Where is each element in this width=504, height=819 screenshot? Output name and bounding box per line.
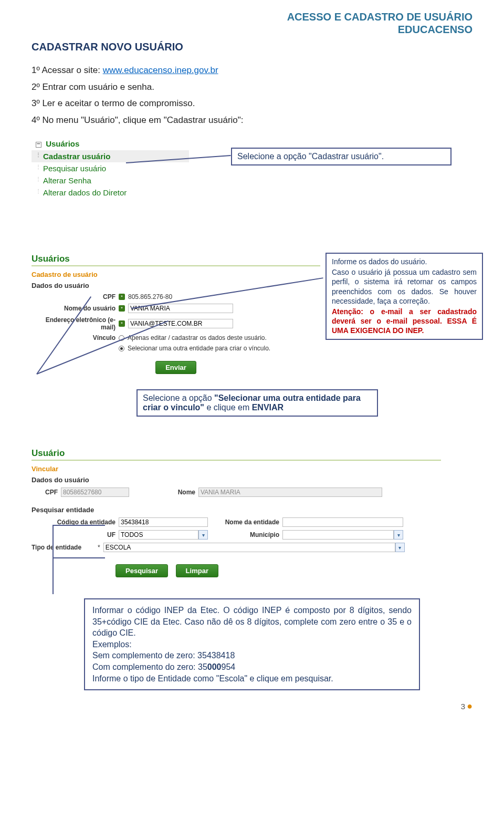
header-line2: EDUCACENSO [32, 23, 472, 36]
chevron-down-icon[interactable]: ▾ [395, 543, 405, 552]
form-subtitle: Cadastro de usuário [32, 269, 320, 279]
callout-select-cadastrar: Selecione a opção "Cadastrar usuário". [231, 148, 452, 165]
nome-input[interactable] [128, 304, 233, 313]
callout-line [52, 525, 105, 526]
mun-select[interactable] [282, 530, 394, 540]
row-codigo: Código da entidade Nome da entidade [32, 516, 441, 528]
step-3: 3º Ler e aceitar o termo de compromisso. [32, 97, 472, 110]
step-1: 1º Acessar o site: www.educacenso.inep.g… [32, 64, 472, 77]
bullet-icon: ⋮ [36, 164, 42, 170]
uf-label: UF [32, 531, 116, 538]
email-input[interactable] [128, 319, 233, 328]
bullet-icon: ⋮ [36, 176, 42, 182]
form2-section2: Pesquisar entidade [32, 504, 441, 516]
row-vinculo: Vínculo Apenas editar / cadastrar os dad… [32, 333, 320, 343]
email-label: Endereço eletrônico (e-mail) [32, 316, 116, 331]
enviar-button[interactable]: Enviar [155, 361, 196, 374]
tipo-select[interactable] [103, 543, 395, 552]
callout-text: Selecione a opção "Cadastrar usuário". [237, 152, 384, 161]
tipo-label: Tipo de entidade [32, 544, 94, 551]
row-nome: Nome do usuário * [32, 302, 320, 315]
callout-line [52, 557, 105, 558]
required-icon: * [98, 544, 100, 551]
menu-item-label: Cadastrar usuário [43, 152, 110, 161]
row-cpf2: CPF Nome [32, 486, 441, 499]
menu-header[interactable]: Usuários [32, 137, 189, 150]
callout-informe-dados: Informe os dados do usuário. Caso o usuá… [326, 253, 483, 340]
cpf2-label: CPF [42, 489, 58, 496]
vinculo-label: Vínculo [32, 334, 116, 341]
uf-select[interactable] [119, 530, 198, 540]
row-email: Endereço eletrônico (e-mail) * [32, 315, 320, 333]
page-number: 3 [461, 702, 465, 711]
chevron-down-icon[interactable]: ▾ [198, 530, 208, 540]
nome-label: Nome do usuário [32, 305, 116, 312]
bullet-icon: ● [465, 701, 472, 711]
nome2-input [198, 488, 382, 497]
menu-header-label: Usuários [46, 139, 79, 148]
radio-editar-label: Apenas editar / cadastrar os dados deste… [128, 334, 267, 341]
pesquisar-button[interactable]: Pesquisar [116, 564, 168, 577]
callout-text-a: Informe os dados do usuário. [332, 257, 477, 266]
c3-pre: Selecione a opção [143, 393, 214, 402]
mun-label: Município [211, 531, 279, 538]
menu-screenshot: Usuários ⋮ Cadastrar usuário ⋮ Pesquisar… [32, 137, 189, 221]
header-line1: ACESSO E CADASTRO DE USUÁRIO [32, 11, 472, 23]
callout-text-b: Caso o usuário já possua um cadastro sem… [332, 267, 477, 306]
header-block: ACESSO E CADASTRO DE USUÁRIO EDUCACENSO [32, 11, 472, 36]
form-title: Usuários [32, 253, 320, 265]
menu-item-label: Alterar dados do Diretor [43, 188, 127, 197]
required-icon: * [119, 294, 125, 300]
footer-instructions: Informar o código INEP da Etec. O código… [84, 598, 420, 690]
codigo-input[interactable] [119, 517, 208, 527]
limpar-button[interactable]: Limpar [176, 564, 218, 577]
page-number-block: 3● [32, 701, 472, 712]
form2-subtitle: Vincular [32, 464, 441, 474]
radio-selecionar[interactable] [119, 346, 124, 351]
c3-post: e clique em [204, 403, 252, 412]
callout-text-c: Atenção: o e-mail a ser cadastrado dever… [332, 307, 477, 336]
row-uf: UF ▾ Município ▾ [32, 528, 441, 541]
row-tipo: Tipo de entidade * ▾ [32, 541, 441, 554]
cpf2-input [61, 488, 129, 497]
menu-item-alterar-diretor[interactable]: ⋮ Alterar dados do Diretor [32, 186, 189, 199]
bullet-icon: ⋮ [36, 152, 42, 158]
radio-selecionar-label: Selecionar uma outra entidade para criar… [128, 345, 270, 352]
chevron-down-icon[interactable]: ▾ [394, 530, 403, 540]
step-4: 4º No menu "Usuário", clique em "Cadastr… [32, 113, 472, 127]
site-link[interactable]: www.educacenso.inep.gov.br [103, 65, 218, 75]
collapse-icon[interactable] [36, 142, 41, 148]
nomee-label: Nome da entidade [211, 519, 279, 526]
callout-selecionar-entidade: Selecione a opção "Selecionar uma outra … [136, 389, 378, 417]
cpf-label: CPF [32, 293, 116, 300]
nome2-label: Nome [159, 489, 195, 496]
required-icon: * [119, 305, 125, 312]
nomee-input[interactable] [282, 517, 403, 527]
step-2: 2º Entrar com usuário e senha. [32, 80, 472, 94]
menu-item-label: Pesquisar usuário [43, 164, 106, 173]
form2-section1: Dados do usuário [32, 474, 441, 486]
c3-end: ENVIAR [252, 403, 284, 412]
form2-title: Usuário [32, 447, 441, 460]
bullet-icon: ⋮ [36, 188, 42, 194]
footer-text: Informar o código INEP da Etec. O código… [92, 606, 412, 683]
menu-item-alterar-senha[interactable]: ⋮ Alterar Senha [32, 174, 189, 186]
menu-item-pesquisar[interactable]: ⋮ Pesquisar usuário [32, 162, 189, 174]
cpf-value: 805.865.276-80 [128, 293, 172, 300]
step-1-pre: 1º Acessar o site: [32, 65, 103, 75]
required-icon: * [119, 320, 125, 327]
row-vinculo2: Selecionar uma outra entidade para criar… [32, 343, 320, 354]
section-title: CADASTRAR NOVO USUÁRIO [32, 41, 472, 53]
menu-item-label: Alterar Senha [43, 176, 91, 185]
callout-line-vertical [52, 526, 54, 594]
